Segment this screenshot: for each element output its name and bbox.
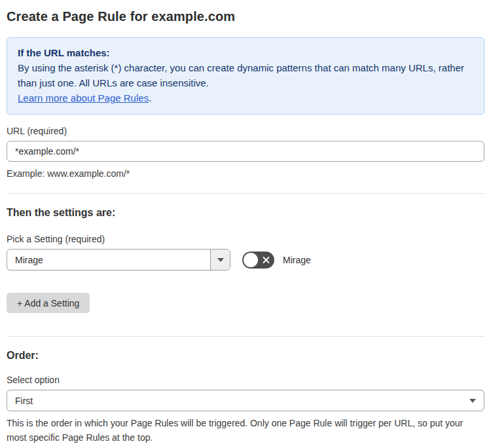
url-label: URL (required) xyxy=(7,126,484,136)
order-help-text: This is the order in which your Page Rul… xyxy=(7,416,484,445)
toggle-knob xyxy=(244,253,258,267)
settings-section-heading: Then the settings are: xyxy=(7,207,484,219)
toggle-label: Mirage xyxy=(283,255,311,265)
select-option-label: Select option xyxy=(7,375,484,385)
learn-more-link[interactable]: Learn more about Page Rules xyxy=(18,92,149,103)
link-suffix: . xyxy=(149,92,151,103)
setting-select-value: Mirage xyxy=(7,250,210,270)
order-select[interactable]: First xyxy=(7,390,484,411)
section-divider xyxy=(7,336,484,337)
info-box-link-line: Learn more about Page Rules. xyxy=(18,90,473,105)
page-title: Create a Page Rule for example.com xyxy=(7,9,484,24)
setting-select[interactable]: Mirage xyxy=(7,249,230,271)
info-box-body-text: By using the asterisk (*) character, you… xyxy=(18,62,464,88)
chevron-down-icon xyxy=(217,258,224,262)
info-box-heading: If the URL matches: xyxy=(18,45,473,60)
order-section-heading: Order: xyxy=(7,350,484,362)
setting-select-arrow-button[interactable] xyxy=(210,250,230,270)
setting-row: Mirage Mirage xyxy=(7,249,484,271)
page-rule-form: Create a Page Rule for example.com If th… xyxy=(0,0,491,448)
url-help-text: Example: www.example.com/* xyxy=(7,166,484,181)
chevron-down-icon xyxy=(469,399,476,403)
order-select-value: First xyxy=(15,396,33,406)
toggle-off-x-icon xyxy=(263,256,270,263)
section-divider xyxy=(7,193,484,194)
info-box-body: By using the asterisk (*) character, you… xyxy=(18,60,473,90)
url-match-info-box: If the URL matches: By using the asteris… xyxy=(7,37,484,115)
mirage-toggle[interactable] xyxy=(242,252,274,269)
url-input[interactable] xyxy=(7,141,484,162)
add-setting-button[interactable]: + Add a Setting xyxy=(7,293,90,313)
pick-setting-label: Pick a Setting (required) xyxy=(7,234,484,244)
